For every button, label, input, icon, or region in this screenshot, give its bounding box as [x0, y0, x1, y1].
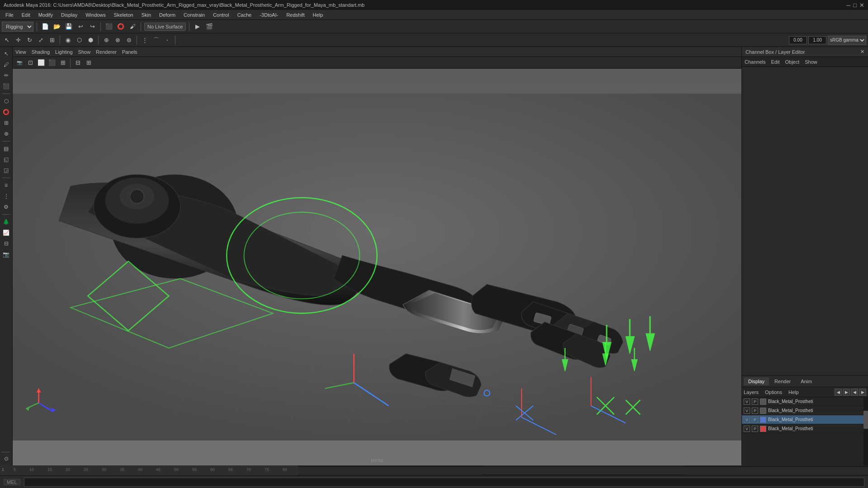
- select-mode-icon[interactable]: ↖: [1, 49, 11, 59]
- camera-icon[interactable]: 📷: [1, 249, 11, 259]
- tool-settings-icon[interactable]: ⚙: [1, 202, 11, 212]
- render-layer-icon[interactable]: ◲: [1, 165, 11, 175]
- layer-p-2[interactable]: P: [752, 408, 758, 414]
- resolution-icon[interactable]: ⊞: [84, 58, 94, 68]
- command-input[interactable]: [24, 478, 864, 487]
- open-scene-icon[interactable]: 📂: [52, 22, 62, 32]
- layer-color-3[interactable]: [760, 417, 766, 423]
- menu-edit[interactable]: Edit: [18, 11, 34, 19]
- channels-nav[interactable]: Channels: [745, 59, 765, 65]
- render-icon[interactable]: 🎬: [204, 22, 214, 32]
- layer-v-1[interactable]: V: [744, 399, 750, 405]
- undo-icon[interactable]: ↩: [75, 22, 85, 32]
- lighting-menu[interactable]: Lighting: [55, 49, 73, 55]
- channel-box-close-icon[interactable]: ✕: [860, 49, 864, 55]
- menu-control[interactable]: Control: [209, 11, 232, 19]
- menu-help[interactable]: Help: [309, 11, 327, 19]
- panels-menu[interactable]: Panels: [122, 49, 137, 55]
- layer-row-4[interactable]: V P Black_Metal_Prostheti: [742, 424, 868, 433]
- menu-windows[interactable]: Windows: [82, 11, 109, 19]
- snap-curve-icon[interactable]: ⌒: [151, 35, 161, 45]
- object-nav[interactable]: Object: [785, 59, 799, 65]
- layer-row-1[interactable]: V P Black_Metal_Prostheti: [742, 397, 868, 406]
- offset-input[interactable]: [789, 36, 807, 44]
- attribute-editor-icon[interactable]: ≡: [1, 180, 11, 190]
- display-layer-icon[interactable]: ◱: [1, 155, 11, 164]
- menu-3dtoai[interactable]: -3DtoAI-: [256, 11, 282, 19]
- help-subnav[interactable]: Help: [788, 389, 799, 395]
- translate-icon[interactable]: ✛: [13, 35, 23, 45]
- layers-subnav[interactable]: Layers: [744, 389, 759, 395]
- component-icon[interactable]: ⬡: [74, 35, 84, 45]
- layer-p-4[interactable]: P: [752, 426, 758, 432]
- color-space-select[interactable]: sRGB gamma: [828, 36, 866, 45]
- layer-down-btn[interactable]: ▶: [859, 389, 866, 396]
- show-nav[interactable]: Show: [805, 59, 817, 65]
- camera-select-icon[interactable]: 📷: [14, 58, 24, 68]
- joint-tool-icon[interactable]: ⊕: [101, 35, 111, 45]
- next-layer-btn[interactable]: ▶: [843, 389, 850, 396]
- prev-layer-btn[interactable]: ◀: [835, 389, 842, 396]
- ik-handle-icon[interactable]: ⊗: [113, 35, 123, 45]
- graph-editor-icon[interactable]: 📈: [1, 228, 11, 238]
- wireframe-icon[interactable]: ⬜: [36, 58, 46, 68]
- menu-file[interactable]: File: [2, 11, 17, 19]
- snap-point-icon[interactable]: ⋅: [162, 35, 172, 45]
- renderer-menu[interactable]: Renderer: [96, 49, 117, 55]
- layer-p-3[interactable]: P: [752, 417, 758, 423]
- channel-box-icon[interactable]: ⋮: [1, 191, 11, 201]
- menu-skeleton[interactable]: Skeleton: [110, 11, 137, 19]
- gamma-input[interactable]: [808, 36, 826, 44]
- menu-modify[interactable]: Modify: [35, 11, 57, 19]
- select-tool-icon[interactable]: ↖: [2, 35, 12, 45]
- paint-select-icon[interactable]: 🖌: [127, 22, 137, 32]
- close-button[interactable]: ✕: [859, 2, 864, 9]
- deform-icon[interactable]: ⊞: [1, 118, 11, 128]
- layer-p-1[interactable]: P: [752, 399, 758, 405]
- layer-v-4[interactable]: V: [744, 426, 750, 432]
- dope-sheet-icon[interactable]: ⊟: [1, 239, 11, 249]
- layer-up-btn[interactable]: ◀: [851, 389, 858, 396]
- layer-icon[interactable]: ▤: [1, 144, 11, 154]
- show-menu[interactable]: Show: [78, 49, 91, 55]
- redo-icon[interactable]: ↪: [87, 22, 97, 32]
- rigging-icon[interactable]: ⊕: [1, 129, 11, 139]
- layer-color-2[interactable]: [760, 408, 766, 414]
- layer-row-2[interactable]: V P Black_Metal_Prostheti: [742, 406, 868, 415]
- display-tab[interactable]: Display: [744, 377, 769, 385]
- paint-tool-icon[interactable]: 🖊: [1, 60, 11, 70]
- nurbs-icon[interactable]: ⭕: [1, 107, 11, 117]
- soft-select-icon[interactable]: ◉: [63, 35, 73, 45]
- universal-manip-icon[interactable]: ⊞: [47, 35, 57, 45]
- new-scene-icon[interactable]: 📄: [40, 22, 50, 32]
- layer-color-1[interactable]: [760, 399, 766, 405]
- snap-grid-icon[interactable]: ⋮: [140, 35, 150, 45]
- menu-display[interactable]: Display: [57, 11, 81, 19]
- layer-v-2[interactable]: V: [744, 408, 750, 414]
- anim-tab[interactable]: Anim: [796, 377, 816, 385]
- poly-icon[interactable]: ⬢: [85, 35, 95, 45]
- render-tab[interactable]: Render: [770, 377, 795, 385]
- menu-skin[interactable]: Skin: [138, 11, 155, 19]
- polygon-icon[interactable]: ⬡: [1, 96, 11, 106]
- menu-deform[interactable]: Deform: [156, 11, 179, 19]
- layer-scrollbar-track[interactable]: [863, 397, 868, 465]
- viewport[interactable]: persp: [13, 69, 741, 465]
- menu-redshift[interactable]: Redshift: [283, 11, 308, 19]
- gate-icon[interactable]: ⊟: [73, 58, 83, 68]
- save-scene-icon[interactable]: 💾: [64, 22, 74, 32]
- rotate-icon[interactable]: ↻: [24, 35, 34, 45]
- layer-v-3[interactable]: V: [744, 417, 750, 423]
- shading-menu[interactable]: Shading: [32, 49, 50, 55]
- mode-selector[interactable]: Rigging: [2, 22, 33, 32]
- minimize-button[interactable]: ─: [846, 2, 850, 9]
- edit-nav[interactable]: Edit: [771, 59, 779, 65]
- mesh-tool-icon[interactable]: ⬛: [1, 81, 11, 91]
- texture-icon[interactable]: ⊞: [58, 58, 68, 68]
- home-icon[interactable]: ⊙: [1, 454, 11, 464]
- menu-cache[interactable]: Cache: [234, 11, 255, 19]
- view-menu[interactable]: View: [15, 49, 26, 55]
- layer-row-3[interactable]: V P Black_Metal_Prostheti: [742, 415, 868, 424]
- options-subnav[interactable]: Options: [765, 389, 782, 395]
- scene-hierarchy-icon[interactable]: 🌲: [1, 217, 11, 227]
